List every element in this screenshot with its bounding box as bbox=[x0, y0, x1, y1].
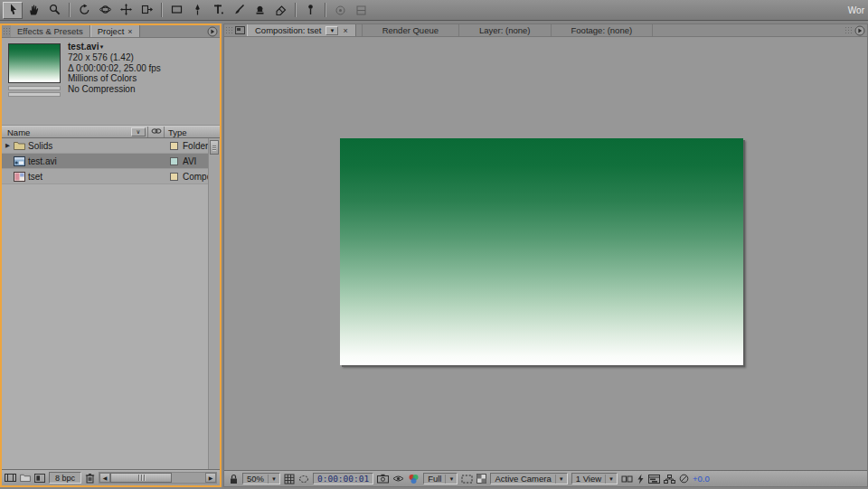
hand-tool-button[interactable] bbox=[24, 2, 43, 19]
resolution-value: Full bbox=[428, 474, 441, 484]
tab-project[interactable]: Project × bbox=[90, 25, 140, 37]
reset-exposure-icon[interactable] bbox=[679, 474, 689, 484]
camera-view-select[interactable]: Active Camera ▼ bbox=[490, 473, 567, 484]
timecode-field[interactable]: 0:00:00:01 bbox=[313, 473, 373, 484]
scroll-right-button[interactable]: ▶ bbox=[205, 473, 216, 483]
scroll-left-icon: ◀ bbox=[103, 475, 108, 481]
type-column-header[interactable]: Type bbox=[165, 127, 220, 137]
toolbar-extra-icon-1[interactable] bbox=[330, 2, 350, 19]
region-of-interest-icon[interactable] bbox=[461, 475, 473, 484]
zoom-tool-button[interactable] bbox=[44, 2, 64, 19]
twisty-icon[interactable]: ▶ bbox=[2, 142, 14, 149]
footage-thumbnail[interactable] bbox=[8, 43, 61, 83]
tab-layer[interactable]: Layer: (none) bbox=[459, 24, 552, 36]
chevron-down-icon: ▼ bbox=[605, 475, 615, 484]
label-color-chip[interactable] bbox=[170, 173, 178, 181]
view-layout-select[interactable]: 1 View ▼ bbox=[571, 473, 618, 484]
rectangle-tool-button[interactable] bbox=[166, 2, 186, 19]
composition-tab-bar: Composition: tset ▼ × Render Queue Layer… bbox=[224, 24, 867, 37]
show-channel-icon[interactable] bbox=[408, 474, 420, 484]
panel-gripper[interactable] bbox=[3, 27, 10, 35]
delete-icon[interactable] bbox=[85, 473, 95, 484]
composition-toolbar: 50% ▼ 0:00:00:01 Full ▼ Active Camera ▼ bbox=[224, 470, 867, 486]
scroll-left-button[interactable]: ◀ bbox=[99, 473, 110, 483]
viewer-lock-icon[interactable] bbox=[229, 474, 239, 484]
chevron-down-icon: ▼ bbox=[445, 475, 455, 484]
selection-tool-button[interactable] bbox=[3, 2, 23, 19]
timeline-button-icon[interactable] bbox=[648, 475, 660, 484]
pen-tool-button[interactable] bbox=[187, 2, 207, 19]
label-color-chip[interactable] bbox=[170, 142, 178, 150]
brush-tool-button[interactable] bbox=[229, 2, 249, 19]
puppet-pin-tool-button[interactable] bbox=[300, 2, 320, 19]
clone-stamp-tool-button[interactable] bbox=[250, 2, 269, 19]
footage-color-depth: Millions of Colors bbox=[68, 73, 161, 83]
tab-footage[interactable]: Footage: (none) bbox=[552, 24, 654, 36]
tab-render-queue[interactable]: Render Queue bbox=[362, 24, 459, 36]
close-icon[interactable]: × bbox=[343, 26, 347, 35]
new-folder-icon[interactable] bbox=[20, 474, 31, 482]
tab-composition[interactable]: Composition: tset ▼ × bbox=[247, 24, 356, 36]
project-panel-statusbar: 8 bpc ◀ ▶ bbox=[2, 469, 220, 485]
exposure-value[interactable]: +0.0 bbox=[693, 474, 710, 484]
magnification-select[interactable]: 50% ▼ bbox=[242, 473, 280, 484]
color-depth-label: 8 bpc bbox=[55, 474, 75, 483]
chevron-down-icon[interactable]: ▼ bbox=[99, 44, 104, 50]
snapshot-icon[interactable] bbox=[377, 474, 389, 484]
table-row-solids[interactable]: ▶ Solids Folder bbox=[2, 138, 208, 154]
track-xy-camera-tool-button[interactable] bbox=[116, 2, 136, 19]
footage-title: test.avi bbox=[68, 42, 99, 52]
tab-project-label: Project bbox=[98, 26, 125, 36]
eraser-tool-icon bbox=[275, 4, 287, 17]
horizontal-scrollbar-track[interactable] bbox=[110, 473, 205, 483]
type-tool-icon bbox=[212, 4, 224, 17]
pixel-aspect-correction-icon[interactable] bbox=[621, 475, 633, 484]
type-tool-button[interactable] bbox=[208, 2, 228, 19]
fast-previews-icon[interactable] bbox=[637, 474, 645, 484]
horizontal-scrollbar[interactable]: ◀ ▶ bbox=[99, 472, 217, 484]
viewer-dropdown-button[interactable]: ▼ bbox=[326, 26, 338, 35]
pan-behind-tool-button[interactable] bbox=[137, 2, 156, 19]
color-depth-button[interactable]: 8 bpc bbox=[49, 472, 81, 484]
toolbar-extra-icon-2[interactable] bbox=[351, 2, 371, 19]
label-color-chip[interactable] bbox=[170, 157, 178, 165]
table-row-tset[interactable]: tset Composition bbox=[2, 169, 208, 184]
name-column-header[interactable]: Name ∨ bbox=[2, 127, 148, 137]
panel-menu-button[interactable] bbox=[207, 25, 220, 37]
composition-viewer[interactable] bbox=[224, 37, 867, 470]
eraser-tool-button[interactable] bbox=[270, 2, 290, 19]
panel-gripper[interactable] bbox=[225, 26, 232, 34]
close-icon[interactable]: × bbox=[127, 27, 132, 36]
resolution-select[interactable]: Full ▼ bbox=[423, 473, 458, 484]
selection-tool-icon bbox=[7, 4, 19, 17]
mask-visibility-icon[interactable] bbox=[298, 475, 309, 484]
toolbar-separator bbox=[69, 3, 70, 17]
table-row-test-avi[interactable]: test.avi AVI bbox=[2, 154, 208, 169]
brush-tool-icon bbox=[233, 4, 245, 17]
rotation-tool-button[interactable] bbox=[74, 2, 94, 19]
composition-canvas[interactable] bbox=[340, 138, 743, 365]
new-composition-icon[interactable] bbox=[34, 474, 45, 483]
orbit-camera-tool-button[interactable] bbox=[95, 2, 115, 19]
link-icon bbox=[151, 127, 162, 137]
grid-options-icon[interactable] bbox=[284, 474, 295, 484]
horizontal-scrollbar-thumb[interactable] bbox=[110, 473, 172, 483]
flowchart-button-icon[interactable] bbox=[664, 475, 675, 484]
panel-gripper[interactable] bbox=[844, 26, 852, 35]
interpret-footage-icon[interactable] bbox=[5, 473, 16, 483]
project-tab-bar: Effects & Presets Project × bbox=[2, 25, 220, 38]
vertical-scrollbar[interactable] bbox=[208, 138, 220, 469]
link-column-header[interactable] bbox=[148, 127, 165, 137]
panel-menu-button[interactable] bbox=[844, 24, 867, 36]
show-snapshot-icon[interactable] bbox=[392, 475, 404, 483]
workspace-label[interactable]: Wor bbox=[848, 5, 865, 15]
transparency-grid-icon[interactable] bbox=[476, 474, 486, 484]
clone-stamp-tool-icon bbox=[254, 4, 266, 17]
chevron-icon: ∨ bbox=[137, 128, 141, 136]
name-sort-dropdown[interactable]: ∨ bbox=[131, 127, 146, 136]
avi-footage-icon bbox=[14, 156, 28, 166]
tab-effects-presets[interactable]: Effects & Presets bbox=[11, 25, 90, 37]
vertical-scrollbar-thumb[interactable] bbox=[210, 140, 219, 155]
item-name: test.avi bbox=[28, 156, 57, 166]
item-type: AVI bbox=[183, 156, 208, 166]
